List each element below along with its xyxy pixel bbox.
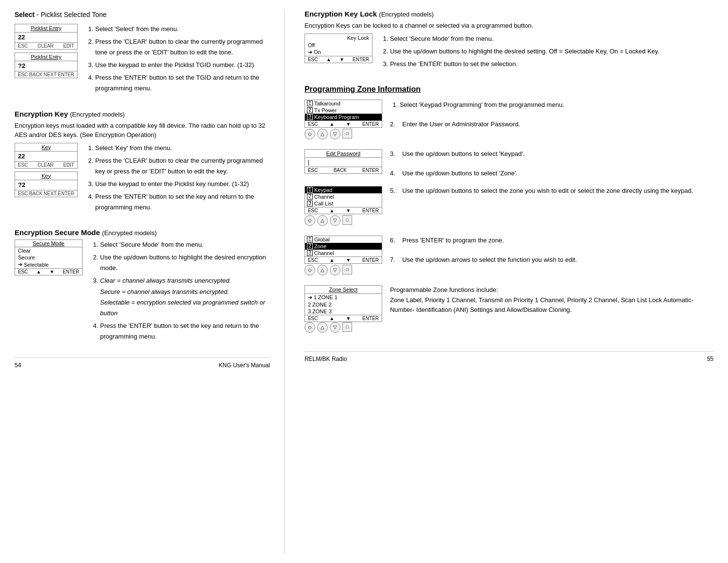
keylock-title: Key Lock bbox=[305, 34, 372, 42]
zone-row-3: 3 ZONE 3 bbox=[305, 308, 382, 315]
keylock-footer: ESC ▲ ▼ ENTER bbox=[305, 56, 372, 63]
zone-row-2: 2 ZONE 2 bbox=[305, 301, 382, 308]
zone-select-buttons: ◇ △ ▽ □ bbox=[305, 322, 382, 333]
lcd1-clear: CLEAR bbox=[37, 43, 53, 49]
keylock-step-3: Press the 'ENTER' button to set the sele… bbox=[390, 59, 713, 69]
programming-zone-section: Programming Zone Information 1 Talkaroun… bbox=[305, 85, 713, 338]
key-lcd-1-value: 22 bbox=[15, 152, 77, 161]
secure-lcd: Secure Mode Clear Secure ➔ Selectable E bbox=[15, 239, 83, 275]
lcd2-next: NEXT bbox=[44, 72, 57, 77]
btn-square-1[interactable]: □ bbox=[342, 129, 352, 138]
encryption-key-lock-title: Encryption Key Lock (Encrypted models) bbox=[305, 10, 713, 18]
zone-select-lcd-group: Zone Select ➔ 1 ZONE 1 2 ZONE 2 3 ZON bbox=[305, 285, 382, 338]
zone-step-3-label: 3. Use the up/down buttons to select 'Ke… bbox=[390, 149, 713, 159]
picklist-lcd-2-value: ?2 bbox=[15, 61, 77, 71]
btn-circle-2-2[interactable]: △ bbox=[317, 215, 328, 226]
key-lcd-group: Key 22 ESC CLEAR EDIT Key ?2 ESC bbox=[15, 143, 78, 215]
btn-circle-2[interactable]: △ bbox=[317, 129, 328, 139]
menu-item-2-3: 3 Call List bbox=[305, 200, 382, 207]
zone-select-title: Zone Select bbox=[305, 286, 382, 294]
menu-lcd-1-buttons: ◇ △ ▽ □ bbox=[305, 129, 382, 139]
encryption-secure-section: Encryption Secure Mode (Encrypted models… bbox=[15, 228, 270, 344]
secure-step-2: Use the up/down buttons to highlight the… bbox=[100, 252, 270, 273]
btn-circle-3-1[interactable]: ◇ bbox=[305, 265, 315, 275]
btn-circle-4-3[interactable]: ▽ bbox=[330, 322, 340, 333]
menu-lcd-3-buttons: ◇ △ ▽ □ bbox=[305, 265, 382, 275]
secure-row-clear: Clear bbox=[15, 247, 82, 254]
page-footer-left: 54 KNG User's Manual bbox=[15, 358, 270, 369]
picklist-lcd-1: Picklist Entry 22 ESC CLEAR EDIT bbox=[15, 24, 78, 50]
pw-lcd-value: | bbox=[305, 158, 382, 167]
btn-circle-3[interactable]: ▽ bbox=[330, 129, 340, 139]
picklist-lcd-1-value: 22 bbox=[15, 33, 77, 42]
key-step-2: Press the 'CLEAR' button to clear the cu… bbox=[95, 155, 270, 177]
left-column: Select - Picklist Selected Tone Picklist… bbox=[15, 10, 285, 553]
key-instructions: Select 'Key' from the menu. Press the 'C… bbox=[85, 143, 270, 215]
zone-step1-section: 1 Talkaround 2 Tx Power 3 Keyboard Progr… bbox=[305, 100, 713, 144]
menu-lcd-1-footer: ESC ▲ ▼ ENTER bbox=[305, 120, 382, 127]
page-number-right: 55 bbox=[707, 356, 713, 362]
page-container: Select - Picklist Selected Tone Picklist… bbox=[0, 0, 728, 563]
menu-item-2-1: 1 Keypad bbox=[305, 187, 382, 193]
picklist-lcd-2: Picklist Entry ?2 ESC BACK NEXT ENTER bbox=[15, 52, 78, 78]
encryption-key-lock-section: Encryption Key Lock (Encrypted models) E… bbox=[305, 10, 713, 71]
zone-step1-instructions: Select 'Keypad Programming' from the pro… bbox=[390, 100, 713, 144]
menu-item-3-2: 2 Zone bbox=[305, 243, 382, 250]
lcd2-back: BACK bbox=[29, 72, 42, 77]
keylock-steps-list: Select 'Secure Mode' from the menu. Use … bbox=[390, 34, 713, 69]
encryption-key-lock-desc: Encryption Keys can be locked to a chann… bbox=[305, 21, 713, 31]
btn-square-2-1[interactable]: □ bbox=[342, 215, 352, 225]
secure-steps-list: Select 'Secure Mode' from the menu. Use … bbox=[100, 239, 270, 342]
menu-item-1-2: 2 Tx Power bbox=[305, 107, 382, 114]
keylock-step-1: Select 'Secure Mode' from the menu. bbox=[390, 34, 713, 44]
menu-lcd-3: 1 Global 2 Zone 3 Channel ESC bbox=[305, 236, 382, 264]
btn-circle-4-1[interactable]: ◇ bbox=[305, 322, 315, 333]
key-lcd-1-footer: ESC CLEAR EDIT bbox=[15, 161, 77, 168]
select-lcd-section: Picklist Entry 22 ESC CLEAR EDIT Picklis… bbox=[15, 24, 270, 96]
picklist-lcd-2-footer: ESC BACK NEXT ENTER bbox=[15, 71, 77, 78]
key-lcd-2-value: ?2 bbox=[15, 180, 77, 190]
page-footer-right: RELM/BK Radio 55 bbox=[305, 351, 713, 362]
pw-lcd: Edit Password | ESC BACK ENTER bbox=[305, 149, 382, 174]
secure-step-3: Clear = channel always transmits unencry… bbox=[100, 275, 270, 318]
keylock-step-2: Use the up/down buttons to highlight the… bbox=[390, 46, 713, 57]
menu-item-2-2: 2 Channel bbox=[305, 193, 382, 200]
lcd1-edit: EDIT bbox=[63, 43, 74, 49]
select-lcd-group: Picklist Entry 22 ESC CLEAR EDIT Picklis… bbox=[15, 24, 78, 96]
klcd2-next: NEXT bbox=[44, 191, 57, 196]
key-steps-list: Select 'Key' from the menu. Press the 'C… bbox=[95, 143, 270, 213]
btn-circle-2-3[interactable]: ▽ bbox=[330, 215, 340, 226]
btn-circle-4-2[interactable]: △ bbox=[317, 322, 328, 333]
menu-lcd-2-group: 1 Keypad 2 Channel 3 Call List ESC bbox=[305, 186, 382, 231]
select-step-4: Press the 'ENTER' button to set the TGID… bbox=[95, 72, 270, 94]
keylock-off-row: Off bbox=[305, 42, 372, 49]
keylock-on-row: ➔ On bbox=[305, 49, 372, 56]
select-strong: Select bbox=[15, 11, 34, 18]
zone-step3-instructions: 3. Use the up/down buttons to select 'Ke… bbox=[390, 149, 713, 181]
zone-menu3-section: 1 Global 2 Zone 3 Channel ESC bbox=[305, 236, 713, 280]
btn-circle-3-2[interactable]: △ bbox=[317, 265, 328, 275]
encryption-key-title: Encryption Key (Encrypted models) bbox=[15, 110, 270, 118]
klcd2-back: BACK bbox=[29, 191, 42, 196]
menu-lcd-3-group: 1 Global 2 Zone 3 Channel ESC bbox=[305, 236, 382, 280]
menu-item-3-3: 3 Channel bbox=[305, 250, 382, 256]
btn-square-3-1[interactable]: □ bbox=[342, 265, 352, 274]
zone-step-2-label: 2. Enter the User or Administrator Passw… bbox=[390, 119, 713, 129]
klcd1-esc: ESC bbox=[18, 162, 28, 168]
secure-step-4: Press the 'ENTER' button to set the key … bbox=[100, 321, 270, 342]
klcd1-clear: CLEAR bbox=[37, 162, 53, 168]
key-step-4: Press the 'ENTER' button to set the key … bbox=[95, 191, 270, 213]
picklist-lcd-1-footer: ESC CLEAR EDIT bbox=[15, 42, 77, 49]
secure-lcd-section: Secure Mode Clear Secure ➔ Selectable E bbox=[15, 239, 270, 344]
btn-square-4-1[interactable]: □ bbox=[342, 322, 352, 332]
keylock-lcd-section: Key Lock Off ➔ On ESC ▲ ▼ ENTER bbox=[305, 34, 713, 71]
zone-menu2-section: 1 Keypad 2 Channel 3 Call List ESC bbox=[305, 186, 713, 231]
btn-circle-3-3[interactable]: ▽ bbox=[330, 265, 340, 275]
secure-row-secure: Secure bbox=[15, 254, 82, 261]
lcd1-esc: ESC bbox=[18, 43, 28, 49]
btn-circle-2-1[interactable]: ◇ bbox=[305, 215, 315, 226]
select-step-2: Press the 'CLEAR' button to clear the cu… bbox=[95, 36, 270, 58]
btn-circle-1[interactable]: ◇ bbox=[305, 129, 315, 139]
encryption-key-desc: Encryption keys must loaded with a compa… bbox=[15, 121, 270, 140]
secure-row-selectable: ➔ Selectable bbox=[15, 261, 82, 268]
